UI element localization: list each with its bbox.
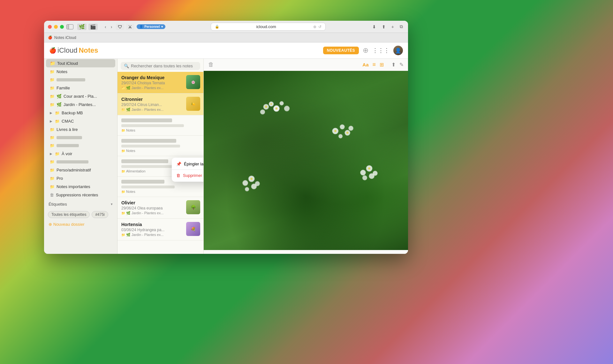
tags-expand-arrow[interactable]: ▾ xyxy=(111,202,113,206)
sidebar-item-blurred4[interactable]: 📁 xyxy=(46,158,115,166)
note-thumb-hortensia: 💐 xyxy=(186,222,200,236)
note-item-blurred-3[interactable]: 📁 Notes xyxy=(117,115,203,136)
blurred-title-3 xyxy=(121,118,172,122)
toolbar-right: Aa ≡ ⊞ ⬆ ✎ xyxy=(362,61,404,68)
forward-button[interactable]: › xyxy=(110,24,114,30)
note-item-oranger[interactable]: Oranger du Mexique 29/07/24 Choisya Tern… xyxy=(117,72,203,94)
shield-icon-2[interactable]: ⚔ xyxy=(126,24,134,30)
tags-row: Toutes les étiquettes #475i xyxy=(48,211,113,218)
delete-note-button[interactable]: 🗑 xyxy=(208,61,214,68)
folder-icon-b1: 📁 xyxy=(50,78,55,82)
folder-icon-b3: 📁 xyxy=(50,143,55,148)
new-folder-label: Nouveau dossier xyxy=(53,222,85,227)
svg-point-10 xyxy=(348,126,353,131)
sidebar-item-blurred2[interactable]: 📁 xyxy=(46,134,115,141)
sidebar-item-suppressions[interactable]: 🗑 Suppressions récentes xyxy=(46,191,115,199)
main-layout: 📁 Tout iCloud 📁 Notes 📁 📁 Famille 📁 🌿 Co… xyxy=(44,59,408,254)
sidebar-item-blurred3[interactable]: 📁 xyxy=(46,142,115,149)
svg-point-4 xyxy=(280,101,284,105)
svg-point-21 xyxy=(265,106,267,108)
text-format-button[interactable]: Aa xyxy=(362,62,368,67)
address-bar[interactable]: 🔒 icloud.com ⊕ ↺ xyxy=(211,23,326,31)
folder-icon-cmac: 📁 xyxy=(55,119,60,124)
close-button[interactable] xyxy=(48,25,52,29)
tag-475i[interactable]: #475i xyxy=(92,211,108,218)
minimize-button[interactable] xyxy=(54,25,58,29)
blurred-label-4 xyxy=(57,160,88,163)
user-avatar[interactable]: 👤 xyxy=(393,46,403,55)
new-tab-button[interactable]: + xyxy=(390,24,395,30)
table-button[interactable]: ⊞ xyxy=(380,62,384,68)
edit-note-button[interactable]: ✎ xyxy=(399,62,404,68)
note-item-olivier[interactable]: Olivier 29/06/24 Olea europaea 📁 🌿 Jardi… xyxy=(117,197,203,219)
list-button[interactable]: ≡ xyxy=(372,61,376,68)
svg-point-9 xyxy=(338,134,343,138)
expand-icon-avoir: ▶ xyxy=(50,152,52,155)
nouveautes-button[interactable]: NOUVEAUTÉS xyxy=(323,47,359,54)
new-folder-button[interactable]: ⊕ Nouveau dossier xyxy=(44,220,117,229)
sidebar-item-cour-avant[interactable]: 📁 🌿 Cour avant - Pla... xyxy=(46,92,115,100)
sidebar-item-pro[interactable]: 📁 Pro xyxy=(46,174,115,182)
share-browser-button[interactable]: ⬆ xyxy=(381,24,387,30)
plus-circle-icon: ⊕ xyxy=(49,222,52,227)
extension-icon-1[interactable]: 🌿 xyxy=(77,24,87,30)
browser-titlebar: 🌿 🎬 ‹ › 🛡 ⚔ 👤 Personnel ▾ 🔒 icloud.com ⊕… xyxy=(44,21,408,33)
sidebar-item-tout-icloud[interactable]: 📁 Tout iCloud xyxy=(46,59,115,67)
folder-icon-backup: 📁 xyxy=(55,111,60,115)
folder-icon-cour: 📁 xyxy=(50,94,55,99)
svg-point-15 xyxy=(251,184,257,189)
refresh-icon[interactable]: ↺ xyxy=(318,25,322,29)
context-menu-pin[interactable]: 📌 Épingler la note xyxy=(172,159,204,169)
sidebar-item-jardin[interactable]: 📁 🌿 Jardin - Plantes... xyxy=(46,101,115,109)
extension-icon-2[interactable]: 🎬 xyxy=(88,24,98,30)
sidebar-item-blurred1[interactable]: 📁 xyxy=(46,76,115,84)
context-menu-delete[interactable]: 🗑 Supprimer xyxy=(172,171,204,180)
sidebar-item-notes-importantes[interactable]: 📁 Notes importantes xyxy=(46,183,115,191)
search-bar: 🔍 xyxy=(117,59,203,72)
grid-button[interactable]: ⋮⋮⋮ xyxy=(372,47,390,54)
add-note-button[interactable]: ⊕ xyxy=(363,46,368,55)
folder-icon-notes: 📁 xyxy=(50,70,55,74)
note-item-citronnier[interactable]: Citronnier 29/07/24 Citrus Liman... 📁 🌿 … xyxy=(117,94,203,115)
sidebar-item-cmac[interactable]: ▶ 📁 CMAC xyxy=(46,117,115,125)
sidebar-label-perso: Perso/administratif xyxy=(57,168,91,172)
share-note-button[interactable]: ⬆ xyxy=(391,62,396,68)
maximize-button[interactable] xyxy=(60,25,64,29)
browser-actions: ⬇ ⬆ + ⧉ xyxy=(371,23,404,30)
sidebar-item-backup[interactable]: ▶ 📁 Backup MB xyxy=(46,109,115,117)
sidebar-item-perso[interactable]: 📁 Perso/administratif xyxy=(46,166,115,174)
download-button[interactable]: ⬇ xyxy=(371,24,377,30)
browser-nav: ‹ › xyxy=(103,24,113,30)
note-folder-blurred3: 📁 Notes xyxy=(121,128,200,132)
profile-badge[interactable]: 👤 Personnel ▾ xyxy=(137,24,165,29)
svg-point-19 xyxy=(362,175,367,180)
search-input-wrap[interactable]: 🔍 xyxy=(121,62,200,70)
back-button[interactable]: ‹ xyxy=(103,24,108,30)
note-toolbar: 🗑 Aa ≡ ⊞ ⬆ ✎ xyxy=(204,59,408,71)
tag-all[interactable]: Toutes les étiquettes xyxy=(48,211,90,218)
shield-icon-1[interactable]: 🛡 xyxy=(116,24,124,30)
folder-icon-b6: 📁 xyxy=(121,190,125,193)
sidebar-label-importantes: Notes importantes xyxy=(57,184,90,189)
search-input[interactable] xyxy=(131,64,197,68)
note-folder-label-hortensia: 🌿 Jardin - Plantes ex... xyxy=(126,233,163,237)
sidebar-item-livres[interactable]: 📁 Livres à lire xyxy=(46,125,115,133)
sidebar-item-notes[interactable]: 📁 Notes xyxy=(46,68,115,76)
folder-icon-b3: 📁 xyxy=(121,129,125,132)
notes-text: Notes xyxy=(79,46,98,55)
note-item-hortensia[interactable]: Hortensia 03/06/24 Hydrangea pa... 📁 🌿 J… xyxy=(117,219,203,240)
sidebar-item-famille[interactable]: 📁 Famille xyxy=(46,84,115,92)
sidebar-label-cour: Cour avant - Pla... xyxy=(64,94,97,99)
folder-icon-b2: 📁 xyxy=(50,135,55,140)
note-folder-label-oranger: 🌿 Jardin - Plantes ex... xyxy=(126,86,163,90)
blurred-label-3 xyxy=(57,144,79,147)
pin-icon: 📌 xyxy=(176,162,181,166)
tags-area: Toutes les étiquettes #475i xyxy=(44,208,117,220)
tab-grid-button[interactable]: ⧉ xyxy=(398,23,404,30)
note-item-blurred-4[interactable]: 📁 Notes xyxy=(117,136,203,156)
sidebar-toggle[interactable] xyxy=(66,24,73,29)
sidebar-item-a-voir[interactable]: ▶ 📁 À voir xyxy=(46,150,115,158)
folder-icon-importantes: 📁 xyxy=(50,185,55,189)
sidebar-label-famille: Famille xyxy=(57,86,70,90)
svg-point-26 xyxy=(250,178,253,180)
